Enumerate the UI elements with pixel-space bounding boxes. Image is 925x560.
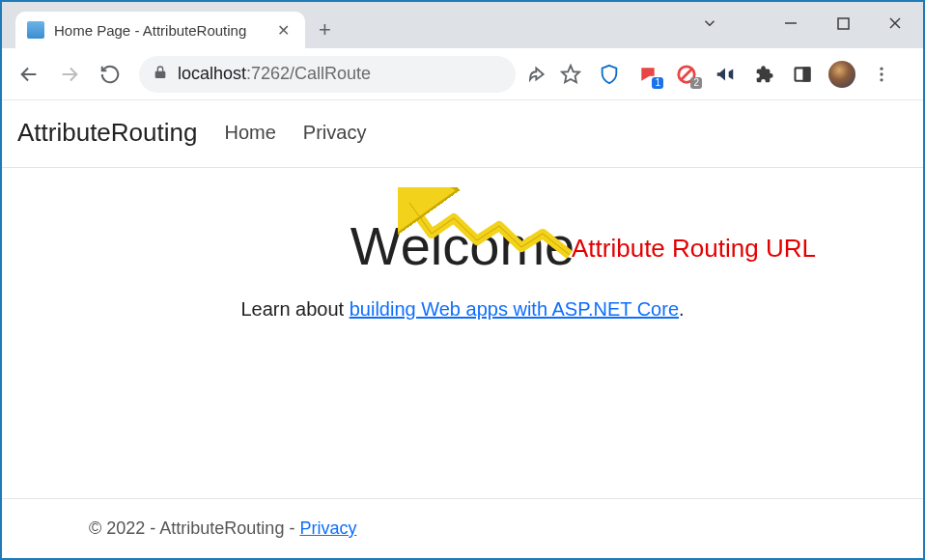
- extension-badge: 2: [690, 77, 702, 89]
- extension-icons: 1 2: [597, 61, 894, 88]
- hero-lead: Learn about building Web apps with ASP.N…: [21, 298, 904, 321]
- lock-icon: [153, 65, 168, 84]
- hero-title: Welcome: [21, 214, 904, 277]
- window-controls: [687, 6, 917, 41]
- svg-rect-12: [804, 68, 810, 80]
- tab-favicon-icon: [27, 21, 44, 39]
- close-window-button[interactable]: [873, 6, 917, 41]
- extension-badge: 1: [652, 77, 663, 89]
- site-nav: AttributeRouting Home Privacy: [2, 100, 923, 168]
- footer-text: © 2022 - AttributeRouting -: [89, 518, 299, 538]
- svg-point-14: [880, 72, 883, 75]
- browser-toolbar: localhost:7262/CallRoute 1 2: [2, 48, 923, 100]
- forward-button[interactable]: [52, 57, 87, 92]
- svg-rect-1: [838, 18, 849, 29]
- extensions-puzzle-icon[interactable]: [751, 62, 776, 87]
- browser-titlebar: Home Page - AttributeRouting ✕ +: [2, 2, 923, 48]
- profile-avatar[interactable]: [828, 61, 855, 88]
- red-extension-icon[interactable]: 1: [635, 62, 660, 87]
- nav-home[interactable]: Home: [224, 122, 275, 144]
- tab-close-icon[interactable]: ✕: [273, 19, 294, 42]
- megaphone-extension-icon[interactable]: [713, 62, 738, 87]
- sidepanel-icon[interactable]: [790, 62, 815, 87]
- url-text: localhost:7262/CallRoute: [178, 64, 371, 84]
- svg-point-13: [880, 67, 883, 70]
- tab-title: Home Page - AttributeRouting: [54, 22, 264, 39]
- circle-extension-icon[interactable]: 2: [674, 62, 699, 87]
- hero-link[interactable]: building Web apps with ASP.NET Core: [350, 298, 679, 320]
- bookmark-star-icon[interactable]: [558, 62, 583, 87]
- maximize-button[interactable]: [821, 6, 865, 41]
- svg-point-15: [880, 78, 883, 81]
- footer: © 2022 - AttributeRouting - Privacy: [2, 498, 923, 558]
- browser-tab[interactable]: Home Page - AttributeRouting ✕: [15, 12, 305, 48]
- nav-privacy[interactable]: Privacy: [303, 122, 367, 144]
- hero-section: Welcome Learn about building Web apps wi…: [2, 168, 923, 340]
- new-tab-button[interactable]: +: [305, 12, 345, 48]
- page-content: AttributeRouting Home Privacy Welcome Le…: [2, 100, 923, 558]
- shield-extension-icon[interactable]: [597, 62, 622, 87]
- footer-privacy-link[interactable]: Privacy: [299, 518, 356, 538]
- menu-dots-icon[interactable]: [869, 62, 894, 87]
- address-bar[interactable]: localhost:7262/CallRoute: [139, 56, 516, 93]
- reload-button[interactable]: [93, 57, 127, 92]
- window-dropdown-icon[interactable]: [687, 6, 732, 41]
- back-button[interactable]: [12, 57, 46, 92]
- share-icon[interactable]: [527, 62, 552, 87]
- minimize-button[interactable]: [769, 6, 813, 41]
- brand-link[interactable]: AttributeRouting: [17, 118, 197, 148]
- svg-marker-6: [562, 65, 579, 81]
